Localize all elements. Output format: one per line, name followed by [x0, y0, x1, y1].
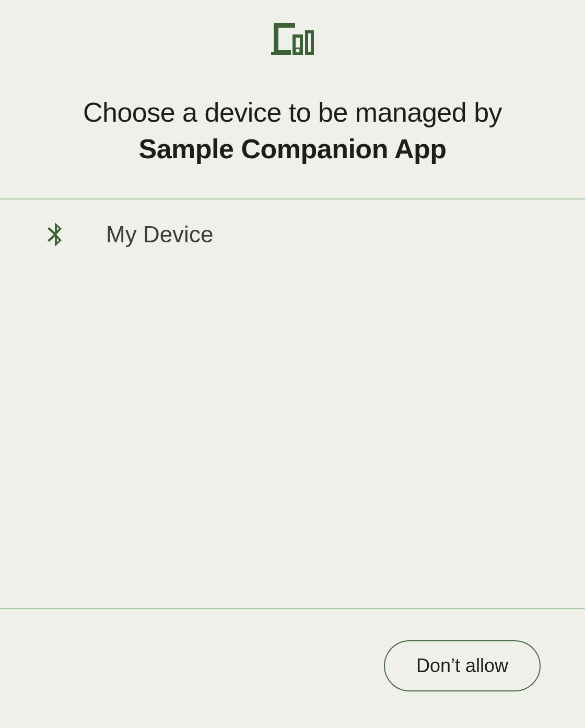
bluetooth-icon	[44, 222, 65, 246]
device-item[interactable]: My Device	[0, 199, 585, 269]
title-prefix: Choose a device to be managed by	[83, 97, 502, 127]
devices-icon	[271, 23, 314, 57]
dialog-header: Choose a device to be managed by Sample …	[0, 0, 585, 198]
title-app-name: Sample Companion App	[139, 134, 447, 164]
dialog-title: Choose a device to be managed by Sample …	[44, 94, 541, 167]
device-list: My Device	[0, 199, 585, 608]
svg-point-2	[296, 49, 300, 53]
device-name: My Device	[106, 221, 213, 248]
dialog-footer: Don’t allow	[0, 609, 585, 728]
svg-rect-4	[308, 33, 311, 52]
svg-rect-1	[296, 38, 300, 48]
dont-allow-button[interactable]: Don’t allow	[384, 640, 541, 691]
